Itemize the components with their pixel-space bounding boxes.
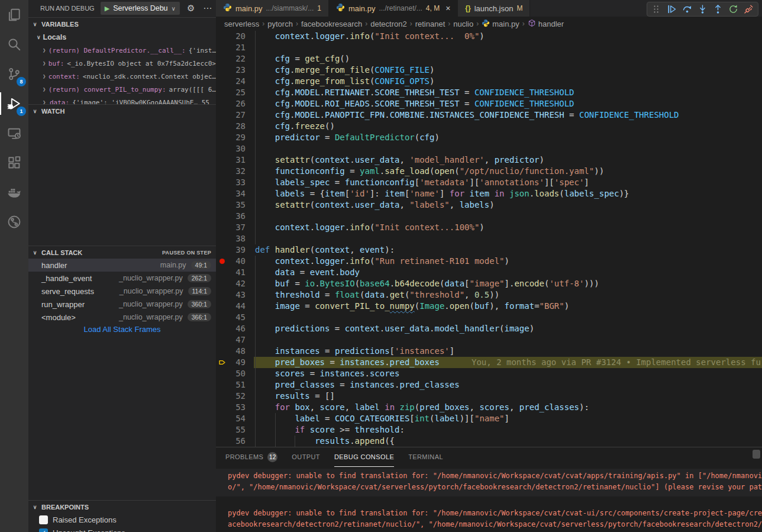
breakpoint-gutter[interactable] [216, 166, 228, 177]
breakpoint-gutter[interactable] [216, 267, 228, 278]
drag-handle-icon[interactable] [651, 4, 661, 14]
variables-section-header[interactable]: ∨ VARIABLES [28, 17, 216, 30]
stack-frame-row[interactable]: <module>_nuclio_wrapper.py366:1 [28, 311, 216, 324]
code-line-25[interactable]: 25 cfg.MODEL.RETINANET.SCORE_THRESH_TEST… [216, 87, 762, 98]
panel-tab-output[interactable]: OUTPUT [292, 447, 320, 467]
breakpoint-gutter[interactable] [216, 334, 228, 346]
docker-icon[interactable] [0, 178, 28, 207]
editor-tab-main.py[interactable]: main.py.../retinanet/...4, M× [329, 0, 458, 17]
breakpoint-gutter[interactable] [216, 289, 228, 301]
checkbox-icon[interactable]: ✓ [39, 528, 48, 532]
code-line-28[interactable]: 28 cfg.freeze() [216, 121, 762, 132]
breadcrumb-item-retinanet[interactable]: retinanet [415, 20, 445, 28]
code-line-43[interactable]: 43 threshold = float(data.get("threshold… [216, 289, 762, 301]
call-stack-section-header[interactable]: ∨ CALL STACK PAUSED ON STEP [28, 246, 216, 259]
breakpoint-gutter[interactable] [216, 379, 228, 391]
variable-row[interactable]: ❯data:{'image': 'iVBORw0KGgoAAAANSUhE… 5… [28, 96, 216, 104]
code-line-41[interactable]: 41 data = event.body [216, 267, 762, 278]
breakpoint-gutter[interactable] [216, 346, 228, 357]
code-line-33[interactable]: 33 labels_spec = functionconfig['metadat… [216, 177, 762, 188]
search-icon[interactable] [0, 30, 28, 59]
breakpoint-gutter[interactable] [216, 53, 228, 65]
remote-explorer-icon[interactable] [0, 118, 28, 148]
gitlens-icon[interactable] [0, 207, 28, 237]
stack-frame-row[interactable]: serve_requests_nuclio_wrapper.py114:1 [28, 285, 216, 298]
panel-scrollbar-thumb[interactable] [753, 450, 760, 459]
close-icon[interactable]: × [445, 4, 450, 13]
stack-frame-row[interactable]: handlermain.py49:1 [28, 259, 216, 272]
breakpoint-gutter[interactable] [216, 143, 228, 154]
breakpoint-gutter[interactable] [216, 301, 228, 312]
breakpoint-row[interactable]: Raised Exceptions [28, 513, 216, 526]
breakpoint-gutter[interactable] [216, 154, 228, 166]
code-line-36[interactable]: 36 [216, 211, 762, 222]
breakpoint-gutter[interactable] [216, 188, 228, 199]
variable-row[interactable]: ❯context:<nuclio_sdk.context.Context obj… [28, 70, 216, 83]
breakpoint-gutter[interactable] [216, 413, 228, 424]
code-line-54[interactable]: 54 label = COCO_CATEGORIES[int(label)]["… [216, 413, 762, 424]
checkbox-icon[interactable] [39, 515, 48, 524]
breakpoint-gutter[interactable] [216, 278, 228, 289]
code-line-53[interactable]: 53 for box, score, label in zip(pred_box… [216, 402, 762, 413]
code-line-50[interactable]: 50 scores = instances.scores [216, 368, 762, 379]
panel-tab-problems[interactable]: PROBLEMS12 [225, 447, 277, 467]
code-line-55[interactable]: 55 if score >= threshold: [216, 424, 762, 436]
breakpoint-gutter[interactable] [216, 391, 228, 402]
extensions-icon[interactable] [0, 148, 28, 178]
code-line-26[interactable]: 26 cfg.MODEL.ROI_HEADS.SCORE_THRESH_TEST… [216, 98, 762, 109]
breakpoint-gutter[interactable] [216, 132, 228, 143]
code-line-49[interactable]: 49 pred_boxes = instances.pred_boxesYou,… [216, 357, 762, 368]
code-line-34[interactable]: 34 labels = {item['id']: item['name'] fo… [216, 188, 762, 199]
breadcrumb-item-serverless[interactable]: serverless [224, 20, 259, 28]
disconnect-icon[interactable] [744, 4, 754, 14]
breakpoint-gutter[interactable] [216, 402, 228, 413]
variable-row[interactable]: ❯(return) convert_PIL_to_numpy:array([[[… [28, 83, 216, 96]
breakpoint-gutter[interactable] [216, 177, 228, 188]
launch-config-dropdown[interactable]: ▶ Serverless Debu ∨ [101, 2, 180, 15]
code-line-30[interactable]: 30 [216, 143, 762, 154]
locals-scope[interactable]: ∨ Locals [28, 31, 216, 44]
code-line-37[interactable]: 37 context.logger.info("Init context...1… [216, 222, 762, 233]
code-line-35[interactable]: 35 setattr(context.user_data, "labels", … [216, 199, 762, 211]
breadcrumb-item-facebookresearch[interactable]: facebookresearch [301, 20, 362, 28]
load-all-stack-frames-link[interactable]: Load All Stack Frames [28, 325, 216, 334]
breakpoint-gutter[interactable] [216, 323, 228, 334]
breakpoint-row[interactable]: ✓Uncaught Exceptions [28, 526, 216, 532]
breakpoints-section-header[interactable]: ∨ BREAKPOINTS [28, 500, 216, 513]
code-line-31[interactable]: 31 setattr(context.user_data, 'model_han… [216, 154, 762, 166]
stack-frame-row[interactable]: _handle_event_nuclio_wrapper.py262:1 [28, 272, 216, 285]
breakpoint-gutter[interactable] [216, 312, 228, 323]
gear-icon[interactable]: ⚙ [187, 3, 195, 14]
current-line-arrow-icon[interactable] [216, 357, 228, 368]
variable-row[interactable]: ❯buf:<_io.BytesIO object at 0x7f5a2dc1ec… [28, 57, 216, 70]
breakpoint-gutter[interactable] [216, 98, 228, 109]
run-and-debug-icon[interactable]: 1 [0, 89, 28, 118]
code-line-51[interactable]: 51 pred_classes = instances.pred_classes [216, 379, 762, 391]
code-line-29[interactable]: 29 predictor = DefaultPredictor(cfg) [216, 132, 762, 143]
continue-icon[interactable] [667, 4, 677, 14]
code-line-46[interactable]: 46 predictions = context.user_data.model… [216, 323, 762, 334]
code-line-48[interactable]: 48 instances = predictions['instances'] [216, 346, 762, 357]
variable-row[interactable]: ❯(return) DefaultPredictor.__call__:{'in… [28, 44, 216, 57]
breakpoint-icon[interactable] [216, 256, 228, 267]
code-editor[interactable]: 20 context.logger.info("Init context... … [216, 31, 762, 447]
breadcrumb-item-main.py[interactable]: main.py [482, 19, 519, 29]
code-line-47[interactable]: 47 [216, 334, 762, 346]
breakpoint-gutter[interactable] [216, 424, 228, 436]
breakpoint-gutter[interactable] [216, 121, 228, 132]
breakpoint-gutter[interactable] [216, 42, 228, 53]
code-line-39[interactable]: 39def handler(context, event): [216, 244, 762, 256]
watch-section-header[interactable]: ∨ WATCH [28, 104, 216, 117]
code-line-42[interactable]: 42 buf = io.BytesIO(base64.b64decode(dat… [216, 278, 762, 289]
code-line-27[interactable]: 27 cfg.MODEL.PANOPTIC_FPN.COMBINE.INSTAN… [216, 109, 762, 121]
code-line-44[interactable]: 44 image = convert_PIL_to_numpy(Image.op… [216, 301, 762, 312]
code-line-56[interactable]: 56 results.append({ [216, 436, 762, 447]
stack-frame-row[interactable]: run_wrapper_nuclio_wrapper.py360:1 [28, 298, 216, 311]
breakpoint-gutter[interactable] [216, 436, 228, 447]
code-line-38[interactable]: 38 [216, 233, 762, 244]
breadcrumb-item-handler[interactable]: handler [528, 19, 564, 29]
breakpoint-gutter[interactable] [216, 65, 228, 76]
panel-tab-debug-console[interactable]: DEBUG CONSOLE [334, 447, 394, 467]
step-into-icon[interactable] [698, 4, 708, 14]
breakpoint-gutter[interactable] [216, 31, 228, 42]
